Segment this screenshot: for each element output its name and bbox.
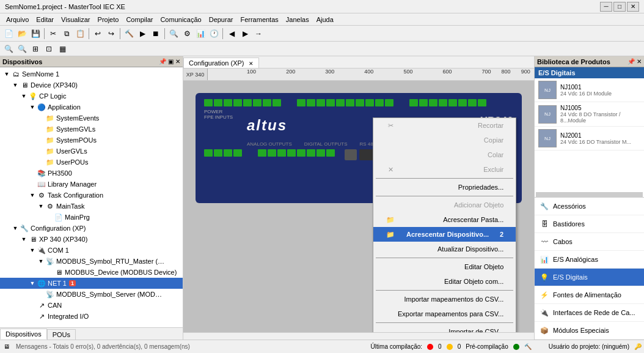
ctx-exportar-csv[interactable]: Exportar mapeamentos para CSV... xyxy=(373,307,516,321)
menu-arquivo[interactable]: Arquivo xyxy=(2,15,32,24)
run-button[interactable]: ▶ xyxy=(136,28,148,40)
menu-janelas[interactable]: Janelas xyxy=(282,15,313,24)
tb-btn6[interactable]: ⚙ xyxy=(181,28,193,40)
save-button[interactable]: 💾 xyxy=(29,28,42,40)
right-close-icon[interactable]: ✕ xyxy=(637,58,642,65)
tree-item-application[interactable]: ▼ 🔵 Application xyxy=(0,102,183,113)
ctx-atualizar-dispositivo[interactable]: Atualizar Dispositivo... xyxy=(373,242,516,256)
cat-interfaces[interactable]: 🔌 Interfaces de Rede de Ca... xyxy=(535,304,644,322)
tree-item-mainprg[interactable]: 📄 MainPrg xyxy=(0,212,183,223)
tree-item-sysevents[interactable]: 📁 SystemEvents xyxy=(0,113,183,124)
lib-item-nj1005[interactable]: NJ NJ1005 24 Vdc 8 DO Transistor / 8...M… xyxy=(535,102,644,127)
panel-float-icon[interactable]: ▣ xyxy=(168,58,174,65)
build-button[interactable]: 🔨 xyxy=(123,28,135,40)
cat-es-digitais[interactable]: 💡 E/S Digitais xyxy=(535,269,644,286)
ctx-acrescentar-dispositivo[interactable]: 📁 Acrescentar Dispositivo... 2 xyxy=(373,227,516,242)
open-button[interactable]: 📂 xyxy=(16,28,28,40)
minimize-button[interactable]: ─ xyxy=(600,2,612,12)
ctx-adicionar-objeto[interactable]: Adicionar Objeto xyxy=(373,198,516,212)
right-pin-icon[interactable]: 📌 xyxy=(628,58,635,65)
stop-button[interactable]: ⏹ xyxy=(150,28,162,40)
tree-item-syspous[interactable]: 📁 SystemPOUs xyxy=(0,135,183,146)
ctx-importar-csv[interactable]: Importar mapeamentos do CSV... xyxy=(373,292,516,307)
tb-btn8[interactable]: 🕐 xyxy=(208,28,220,40)
tb-btn5[interactable]: 🔍 xyxy=(167,28,180,40)
ctx-acrescentar-pasta[interactable]: 📁 Acrescentar Pasta... xyxy=(373,212,516,227)
ctx-excluir[interactable]: ✕ Excluir xyxy=(373,162,516,177)
menu-comunicacao[interactable]: Comunicação xyxy=(156,15,205,24)
tb-btn11[interactable]: → xyxy=(252,28,265,40)
tree-item-net1[interactable]: ▼ 🌐 NET 1 1 xyxy=(0,278,183,289)
tree-item-usergvls[interactable]: 📁 UserGVLs xyxy=(0,146,183,157)
tb-btn7[interactable]: 📊 xyxy=(194,28,207,40)
ctx-importar-csv2[interactable]: Importar de CSV... xyxy=(373,324,516,332)
ruler-mark-600: 600 xyxy=(442,69,452,75)
tree-item-intio[interactable]: ↗ Integrated I/O xyxy=(0,311,183,322)
menu-compilar[interactable]: Compilar xyxy=(122,15,156,24)
cat-acessorios[interactable]: 🔧 Acessórios xyxy=(535,198,644,215)
tree-item-userpous[interactable]: 📁 UserPOUs xyxy=(0,157,183,168)
undo-button[interactable]: ↩ xyxy=(92,28,104,40)
cut-button[interactable]: ✂ xyxy=(47,28,59,40)
ctx-editar-objeto[interactable]: Editar Objeto xyxy=(373,259,516,274)
terminal xyxy=(268,149,276,157)
tab-dispositivos[interactable]: Dispositivos xyxy=(0,329,47,340)
cat-es-analogicas[interactable]: 📊 E/S Analógicas xyxy=(535,251,644,269)
tb2-btn5[interactable]: ▦ xyxy=(56,43,68,55)
interfaces-icon: 🔌 xyxy=(538,307,551,319)
ctx-editar-objeto-com[interactable]: Editar Objeto com... xyxy=(373,274,516,289)
tb2-btn1[interactable]: 🔍 xyxy=(2,43,15,55)
tb2-btn3[interactable]: ⊞ xyxy=(29,43,42,55)
tree-item-taskconfig[interactable]: ▼ ⚙ Task Configuration xyxy=(0,190,183,201)
lib-item-nj1001[interactable]: NJ NJ1001 24 Vdc 16 DI Module xyxy=(535,78,644,102)
io-icon: ↗ xyxy=(37,311,46,321)
tree-item-xp340[interactable]: ▼ 🖥 XP 340 (XP340) xyxy=(0,234,183,245)
menu-visualizar[interactable]: Visualizar xyxy=(57,15,94,24)
right-panel-scrollbar[interactable] xyxy=(536,192,643,197)
restore-button[interactable]: □ xyxy=(613,2,626,12)
tree-item-sysgvls[interactable]: 📁 SystemGVLs xyxy=(0,124,183,135)
tab-close-button[interactable]: ✕ xyxy=(249,61,254,67)
tree-item-configxp[interactable]: ▼ 🔧 Configuration (XP) xyxy=(0,223,183,234)
menu-depurar[interactable]: Depurar xyxy=(205,15,237,24)
close-button[interactable]: ✕ xyxy=(627,2,639,12)
tab-pous[interactable]: POUs xyxy=(47,329,76,340)
cat-cabos[interactable]: 〰 Cabos xyxy=(535,233,644,251)
tree-item-modbus-server[interactable]: 📡 MODBUS_Symbol_Server (MODBUS Symbol Se… xyxy=(0,289,183,300)
lib-item-nj2001[interactable]: NJ NJ2001 24 Vdc 16 DO Transistor M... xyxy=(535,127,644,150)
menu-projeto[interactable]: Projeto xyxy=(94,15,123,24)
tree-item-ph3500[interactable]: 📚 PH3500 xyxy=(0,168,183,179)
ctx-propriedades[interactable]: Propriedades... xyxy=(373,180,516,195)
paste-button[interactable]: 📋 xyxy=(74,28,86,40)
redo-button[interactable]: ↪ xyxy=(105,28,117,40)
tree-item-modbus-master[interactable]: ▼ 📡 MODBUS_Symbol_RTU_Master (MODBUS Sym… xyxy=(0,256,183,267)
tree-item-com1[interactable]: ▼ 🔌 COM 1 xyxy=(0,245,183,256)
tree-item-modbus-device[interactable]: 🖥 MODBUS_Device (MODBUS Device) xyxy=(0,267,183,278)
tab-configuration[interactable]: Configuration (XP) ✕ xyxy=(183,58,259,68)
tree-item-cplogic[interactable]: ▼ 💡 CP Logic xyxy=(0,91,183,102)
horizontal-scrollbar[interactable] xyxy=(183,332,534,340)
tree-item-device[interactable]: ▼ 🖥 Device (XP340) xyxy=(0,80,183,91)
tb-btn9[interactable]: ◀ xyxy=(225,28,238,40)
ctx-recortar[interactable]: ✂ Recortar xyxy=(373,118,516,133)
new-button[interactable]: 📄 xyxy=(2,28,15,40)
cat-modulos[interactable]: 📦 Módulos Especiais xyxy=(535,322,644,340)
tb-btn10[interactable]: ▶ xyxy=(239,28,251,40)
edit-icon xyxy=(386,262,395,272)
cat-fontes[interactable]: ⚡ Fontes de Alimentação xyxy=(535,286,644,304)
ctx-copiar[interactable]: Copiar xyxy=(373,133,516,147)
tree-item-semnome1[interactable]: ▼ 🗂 SemNome 1 xyxy=(0,69,183,80)
copy-button[interactable]: ⧉ xyxy=(60,28,73,40)
cat-bastidores[interactable]: 🗄 Bastidores xyxy=(535,215,644,233)
tree-item-can[interactable]: ↗ CAN xyxy=(0,300,183,311)
ctx-colar[interactable]: Colar xyxy=(373,147,516,162)
tb2-btn4[interactable]: ⊡ xyxy=(43,43,55,55)
panel-pin-icon[interactable]: 📌 xyxy=(159,58,166,65)
menu-ferramentas[interactable]: Ferramentas xyxy=(236,15,282,24)
tb2-btn2[interactable]: 🔍 xyxy=(16,43,28,55)
tree-item-libmanager[interactable]: 📖 Library Manager xyxy=(0,179,183,190)
menu-ajuda[interactable]: Ajuda xyxy=(313,15,337,24)
tree-item-maintask[interactable]: ▼ ⚙ MainTask xyxy=(0,201,183,212)
menu-editar[interactable]: Editar xyxy=(32,15,57,24)
panel-close-icon[interactable]: ✕ xyxy=(175,58,180,65)
